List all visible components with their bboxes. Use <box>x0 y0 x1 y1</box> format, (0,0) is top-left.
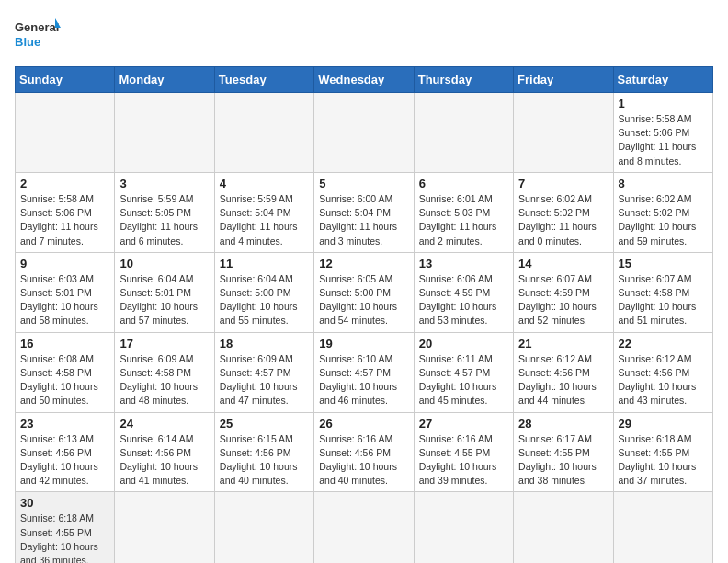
day-info: Sunrise: 6:02 AM Sunset: 5:02 PM Dayligh… <box>518 192 608 248</box>
day-number: 2 <box>20 177 109 190</box>
day-number: 7 <box>518 177 608 190</box>
svg-text:Blue: Blue <box>15 35 40 49</box>
day-number: 13 <box>419 257 508 270</box>
calendar-cell <box>514 93 613 173</box>
calendar-cell <box>613 492 712 563</box>
day-number: 9 <box>20 257 109 270</box>
logo-svg: General Blue <box>15 15 61 55</box>
day-number: 8 <box>619 177 708 190</box>
weekday-header-saturday: Saturday <box>613 67 712 93</box>
weekday-header-friday: Friday <box>514 67 613 93</box>
calendar-cell: 27Sunrise: 6:16 AM Sunset: 4:55 PM Dayli… <box>414 412 513 492</box>
calendar-cell: 17Sunrise: 6:09 AM Sunset: 4:58 PM Dayli… <box>115 332 214 412</box>
day-number: 11 <box>220 257 309 270</box>
calendar-cell: 1Sunrise: 5:58 AM Sunset: 5:06 PM Daylig… <box>613 93 712 173</box>
week-row-2: 2Sunrise: 5:58 AM Sunset: 5:06 PM Daylig… <box>16 172 713 252</box>
day-info: Sunrise: 6:17 AM Sunset: 4:55 PM Dayligh… <box>518 432 608 488</box>
day-number: 4 <box>220 177 309 190</box>
calendar: SundayMondayTuesdayWednesdayThursdayFrid… <box>15 66 713 563</box>
day-number: 17 <box>119 337 209 350</box>
day-info: Sunrise: 6:16 AM Sunset: 4:56 PM Dayligh… <box>319 432 408 488</box>
week-row-4: 16Sunrise: 6:08 AM Sunset: 4:58 PM Dayli… <box>16 332 713 412</box>
day-number: 19 <box>319 337 408 350</box>
calendar-cell <box>314 93 414 173</box>
day-info: Sunrise: 6:16 AM Sunset: 4:55 PM Dayligh… <box>419 432 508 488</box>
day-number: 18 <box>220 337 309 350</box>
calendar-cell: 3Sunrise: 5:59 AM Sunset: 5:05 PM Daylig… <box>115 172 214 252</box>
day-info: Sunrise: 5:59 AM Sunset: 5:05 PM Dayligh… <box>119 192 209 248</box>
day-info: Sunrise: 6:02 AM Sunset: 5:02 PM Dayligh… <box>619 192 708 248</box>
week-row-3: 9Sunrise: 6:03 AM Sunset: 5:01 PM Daylig… <box>16 252 713 332</box>
day-number: 28 <box>518 417 608 431</box>
calendar-cell <box>214 93 313 173</box>
calendar-cell <box>115 492 214 563</box>
calendar-cell: 21Sunrise: 6:12 AM Sunset: 4:56 PM Dayli… <box>514 332 613 412</box>
calendar-cell: 9Sunrise: 6:03 AM Sunset: 5:01 PM Daylig… <box>16 252 115 332</box>
calendar-cell: 30Sunrise: 6:18 AM Sunset: 4:55 PM Dayli… <box>16 492 115 563</box>
calendar-cell: 10Sunrise: 6:04 AM Sunset: 5:01 PM Dayli… <box>115 252 214 332</box>
day-info: Sunrise: 6:05 AM Sunset: 5:00 PM Dayligh… <box>319 272 408 328</box>
day-number: 15 <box>619 257 708 270</box>
day-info: Sunrise: 6:08 AM Sunset: 4:58 PM Dayligh… <box>20 352 109 408</box>
svg-text:General: General <box>15 20 59 34</box>
day-number: 29 <box>619 417 708 431</box>
calendar-cell: 20Sunrise: 6:11 AM Sunset: 4:57 PM Dayli… <box>414 332 513 412</box>
day-number: 25 <box>220 417 309 431</box>
day-info: Sunrise: 6:07 AM Sunset: 4:58 PM Dayligh… <box>619 272 708 328</box>
day-info: Sunrise: 6:00 AM Sunset: 5:04 PM Dayligh… <box>319 192 408 248</box>
calendar-cell: 4Sunrise: 5:59 AM Sunset: 5:04 PM Daylig… <box>214 172 313 252</box>
logo: General Blue <box>15 15 61 55</box>
day-info: Sunrise: 6:11 AM Sunset: 4:57 PM Dayligh… <box>419 352 508 408</box>
page-header: General Blue <box>15 15 713 55</box>
day-number: 5 <box>319 177 408 190</box>
day-number: 10 <box>119 257 209 270</box>
calendar-cell: 12Sunrise: 6:05 AM Sunset: 5:00 PM Dayli… <box>314 252 414 332</box>
day-number: 14 <box>518 257 608 270</box>
calendar-cell: 26Sunrise: 6:16 AM Sunset: 4:56 PM Dayli… <box>314 412 414 492</box>
calendar-cell: 23Sunrise: 6:13 AM Sunset: 4:56 PM Dayli… <box>16 412 115 492</box>
calendar-cell: 22Sunrise: 6:12 AM Sunset: 4:56 PM Dayli… <box>613 332 712 412</box>
calendar-cell <box>414 492 513 563</box>
day-info: Sunrise: 6:15 AM Sunset: 4:56 PM Dayligh… <box>220 432 309 488</box>
day-info: Sunrise: 6:14 AM Sunset: 4:56 PM Dayligh… <box>119 432 209 488</box>
day-info: Sunrise: 6:18 AM Sunset: 4:55 PM Dayligh… <box>20 511 109 563</box>
day-info: Sunrise: 6:04 AM Sunset: 5:00 PM Dayligh… <box>220 272 309 328</box>
day-number: 24 <box>119 417 209 431</box>
day-info: Sunrise: 5:59 AM Sunset: 5:04 PM Dayligh… <box>220 192 309 248</box>
day-info: Sunrise: 6:18 AM Sunset: 4:55 PM Dayligh… <box>619 432 708 488</box>
day-number: 16 <box>20 337 109 350</box>
day-number: 21 <box>518 337 608 350</box>
calendar-cell: 14Sunrise: 6:07 AM Sunset: 4:59 PM Dayli… <box>514 252 613 332</box>
day-info: Sunrise: 6:10 AM Sunset: 4:57 PM Dayligh… <box>319 352 408 408</box>
day-info: Sunrise: 6:12 AM Sunset: 4:56 PM Dayligh… <box>518 352 608 408</box>
calendar-cell: 15Sunrise: 6:07 AM Sunset: 4:58 PM Dayli… <box>613 252 712 332</box>
calendar-cell <box>514 492 613 563</box>
day-number: 22 <box>619 337 708 350</box>
day-info: Sunrise: 6:04 AM Sunset: 5:01 PM Dayligh… <box>119 272 209 328</box>
calendar-cell: 24Sunrise: 6:14 AM Sunset: 4:56 PM Dayli… <box>115 412 214 492</box>
calendar-cell: 2Sunrise: 5:58 AM Sunset: 5:06 PM Daylig… <box>16 172 115 252</box>
weekday-header-wednesday: Wednesday <box>314 67 414 93</box>
week-row-1: 1Sunrise: 5:58 AM Sunset: 5:06 PM Daylig… <box>16 93 713 173</box>
day-info: Sunrise: 6:03 AM Sunset: 5:01 PM Dayligh… <box>20 272 109 328</box>
weekday-header-monday: Monday <box>115 67 214 93</box>
calendar-cell: 28Sunrise: 6:17 AM Sunset: 4:55 PM Dayli… <box>514 412 613 492</box>
day-number: 27 <box>419 417 508 431</box>
day-number: 3 <box>119 177 209 190</box>
day-number: 1 <box>619 97 708 110</box>
calendar-cell: 5Sunrise: 6:00 AM Sunset: 5:04 PM Daylig… <box>314 172 414 252</box>
calendar-cell: 11Sunrise: 6:04 AM Sunset: 5:00 PM Dayli… <box>214 252 313 332</box>
day-info: Sunrise: 6:12 AM Sunset: 4:56 PM Dayligh… <box>619 352 708 408</box>
weekday-header-sunday: Sunday <box>16 67 115 93</box>
calendar-cell <box>16 93 115 173</box>
day-info: Sunrise: 6:07 AM Sunset: 4:59 PM Dayligh… <box>518 272 608 328</box>
day-info: Sunrise: 6:09 AM Sunset: 4:57 PM Dayligh… <box>220 352 309 408</box>
calendar-cell: 7Sunrise: 6:02 AM Sunset: 5:02 PM Daylig… <box>514 172 613 252</box>
day-number: 6 <box>419 177 508 190</box>
calendar-cell: 19Sunrise: 6:10 AM Sunset: 4:57 PM Dayli… <box>314 332 414 412</box>
calendar-cell <box>314 492 414 563</box>
day-number: 26 <box>319 417 408 431</box>
day-info: Sunrise: 5:58 AM Sunset: 5:06 PM Dayligh… <box>619 112 708 168</box>
day-info: Sunrise: 6:06 AM Sunset: 4:59 PM Dayligh… <box>419 272 508 328</box>
day-info: Sunrise: 6:01 AM Sunset: 5:03 PM Dayligh… <box>419 192 508 248</box>
